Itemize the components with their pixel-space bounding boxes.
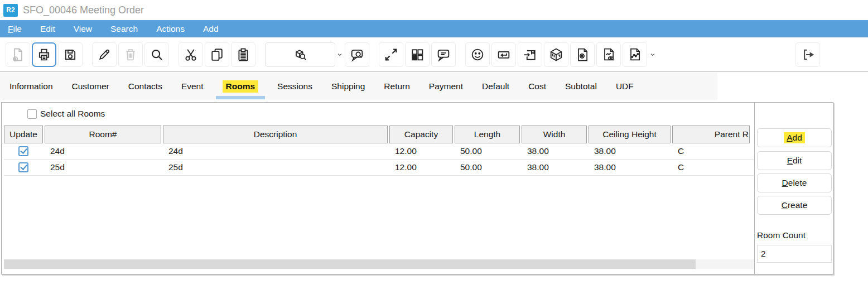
parent-room-cell: C (672, 146, 750, 157)
update-checkbox[interactable] (18, 146, 28, 156)
menu-bar: File Edit View Search Actions Add (0, 20, 868, 37)
menu-actions[interactable]: Actions (156, 24, 185, 34)
update-checkbox[interactable] (18, 162, 28, 172)
delete-button[interactable] (118, 42, 143, 67)
tab-contacts[interactable]: Contacts (119, 73, 172, 100)
warehouse-3d-button[interactable] (544, 42, 568, 67)
tab-customer[interactable]: Customer (62, 73, 119, 100)
expand-button[interactable] (379, 42, 403, 67)
column-header-length[interactable]: Length (455, 126, 520, 143)
pencil-icon (97, 47, 112, 62)
save-button[interactable] (58, 42, 83, 67)
report-dropdown[interactable] (649, 42, 657, 67)
ceiling-height-cell: 38.00 (589, 146, 671, 157)
tab-shipping[interactable]: Shipping (322, 73, 374, 100)
column-header-parent-room[interactable]: Parent R (672, 126, 750, 143)
room-number-cell: 24d (45, 146, 161, 157)
rooms-grid: Update Room# Description Capacity Length… (4, 126, 754, 176)
tab-strip: Information Customer Contacts Event Room… (0, 73, 868, 100)
capacity-cell: 12.00 (389, 146, 453, 157)
room-search-icon (349, 47, 365, 62)
layout-button[interactable] (405, 42, 430, 67)
copy-icon (209, 47, 225, 62)
menu-add[interactable]: Add (203, 24, 219, 34)
new-order-button[interactable] (6, 42, 30, 67)
tab-cost[interactable]: Cost (519, 73, 556, 100)
report-chart-button[interactable] (623, 42, 647, 67)
menu-view[interactable]: View (74, 24, 92, 34)
tab-information[interactable]: Information (0, 73, 62, 100)
edit-button-side[interactable]: Edit (757, 151, 832, 170)
item-search-icon (292, 47, 308, 62)
return-arrow-icon (496, 47, 512, 62)
cut-button[interactable] (179, 42, 203, 67)
layout-grid-icon (409, 47, 425, 62)
width-cell: 50.00 (455, 162, 520, 173)
column-header-ceiling-height[interactable]: Ceiling Height (589, 126, 671, 143)
receive-box-icon (522, 47, 538, 62)
print-icon (36, 47, 52, 62)
select-all-rooms[interactable]: Select all Rooms (27, 109, 105, 119)
add-button[interactable]: Add (757, 128, 832, 147)
chevron-down-icon (336, 51, 343, 58)
exit-button[interactable] (795, 42, 820, 67)
room-count-label: Room Count (757, 230, 806, 240)
select-all-checkbox[interactable] (27, 109, 37, 119)
column-header-width[interactable]: Width (522, 126, 587, 143)
room-count-field: 2 (757, 245, 832, 263)
tab-sessions[interactable]: Sessions (268, 73, 322, 100)
report-config-button[interactable] (570, 42, 595, 67)
room-search-button[interactable] (345, 42, 369, 67)
tab-rooms[interactable]: Rooms (213, 73, 268, 100)
comment-button[interactable] (431, 42, 456, 67)
menu-search[interactable]: Search (110, 24, 138, 34)
column-header-description[interactable]: Description (163, 126, 388, 143)
ceiling-height-cell: 38.00 (589, 162, 671, 173)
menu-file[interactable]: File (8, 24, 22, 34)
search-button[interactable] (144, 42, 169, 67)
copy-button[interactable] (205, 42, 229, 67)
report-preview-button[interactable] (596, 42, 621, 67)
table-row[interactable]: 25d 25d 12.00 50.00 38.00 38.00 C (4, 160, 754, 176)
table-row[interactable]: 24d 24d 12.00 50.00 38.00 38.00 C (4, 143, 754, 160)
grid-header-row: Update Room# Description Capacity Length… (4, 126, 754, 143)
actions-sidebar: Add Edit Delete Create Room Count 2 (755, 103, 833, 274)
column-header-room-number[interactable]: Room# (45, 126, 161, 143)
description-cell: 25d (163, 162, 388, 173)
tab-subtotal[interactable]: Subtotal (556, 73, 606, 100)
new-order-icon (10, 47, 26, 62)
horizontal-scrollbar[interactable] (4, 259, 754, 269)
paste-button[interactable] (231, 42, 255, 67)
edit-button[interactable] (92, 42, 117, 67)
report-preview-icon (601, 47, 616, 62)
scissors-icon (183, 47, 199, 62)
scrollbar-thumb[interactable] (4, 259, 696, 269)
receive-item-button[interactable] (518, 42, 542, 67)
report-chart-icon (627, 47, 643, 62)
create-button[interactable]: Create (757, 196, 832, 215)
save-icon (62, 47, 78, 62)
exit-icon (800, 47, 816, 62)
item-search-dropdown[interactable] (336, 42, 344, 67)
width-cell: 38.00 (522, 146, 587, 157)
smiley-button[interactable] (465, 42, 490, 67)
document-gear-icon (575, 47, 590, 62)
return-item-button[interactable] (491, 42, 516, 67)
column-header-capacity[interactable]: Capacity (389, 126, 453, 143)
column-header-update[interactable]: Update (4, 126, 43, 143)
tab-event[interactable]: Event (172, 73, 213, 100)
tab-payment[interactable]: Payment (419, 73, 472, 100)
smiley-icon (470, 47, 485, 62)
length-cell: 50.00 (455, 146, 520, 157)
tab-udf[interactable]: UDF (606, 73, 643, 100)
menu-edit[interactable]: Edit (40, 24, 55, 34)
print-button[interactable] (32, 42, 56, 67)
tab-return[interactable]: Return (374, 73, 419, 100)
item-search-combo[interactable] (265, 42, 335, 67)
cube-3d-icon (548, 47, 564, 62)
tab-default[interactable]: Default (472, 73, 519, 100)
search-icon (149, 47, 165, 62)
window-title: SFO_00046 Meeting Order (23, 4, 144, 16)
room-number-cell: 25d (45, 162, 161, 173)
delete-button-side[interactable]: Delete (757, 173, 832, 192)
